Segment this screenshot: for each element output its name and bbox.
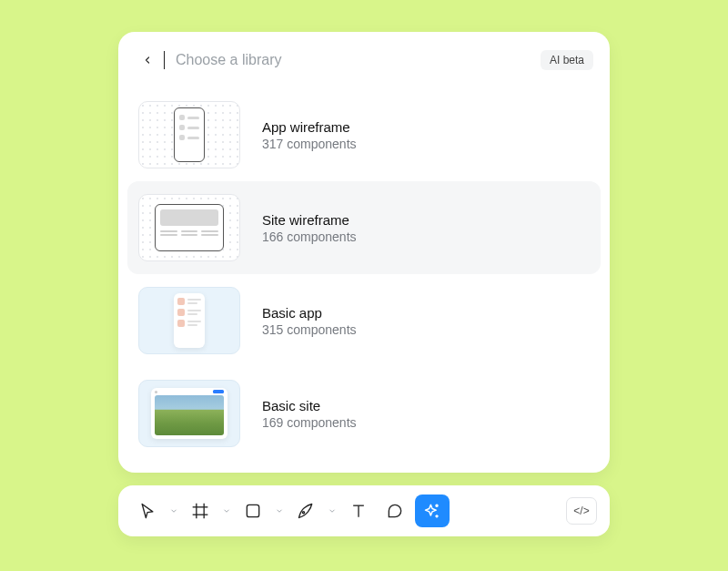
select-tool[interactable] (131, 495, 164, 527)
thumbnail-site-wireframe (138, 194, 240, 261)
library-item-basic-site[interactable]: Basic site 169 components (127, 367, 601, 460)
svg-rect-4 (247, 505, 258, 516)
library-title: Site wireframe (262, 212, 357, 228)
select-tool-chevron[interactable] (167, 495, 180, 527)
library-item-site-wireframe[interactable]: Site wireframe 166 components (127, 181, 601, 274)
library-item-basic-app[interactable]: Basic app 315 components (127, 274, 601, 367)
text-tool[interactable] (342, 495, 375, 527)
ai-beta-badge[interactable]: AI beta (541, 50, 593, 70)
comment-tool[interactable] (379, 495, 411, 527)
library-list: App wireframe 317 components Site wirefr… (127, 88, 601, 460)
shape-tool-chevron[interactable] (273, 495, 286, 527)
ai-tool[interactable] (415, 495, 450, 527)
library-title: Basic app (262, 305, 357, 321)
library-count: 315 components (262, 322, 357, 337)
frame-tool[interactable] (184, 495, 217, 527)
library-count: 169 components (262, 415, 357, 430)
back-button[interactable] (138, 51, 157, 69)
text-cursor (164, 51, 165, 69)
library-title: Basic site (262, 398, 357, 413)
pen-tool[interactable] (289, 495, 322, 527)
svg-point-8 (436, 505, 438, 506)
frame-tool-chevron[interactable] (220, 495, 233, 527)
library-count: 166 components (262, 229, 357, 244)
library-title: App wireframe (262, 119, 357, 135)
thumbnail-basic-app (138, 287, 240, 354)
panel-header: AI beta (127, 45, 601, 79)
svg-point-5 (302, 512, 304, 514)
library-search-input[interactable] (174, 48, 533, 72)
thumbnail-app-wireframe (138, 101, 240, 168)
library-panel: AI beta App wireframe 317 components (118, 32, 610, 473)
library-count: 317 components (262, 137, 357, 151)
pen-tool-chevron[interactable] (326, 495, 339, 527)
tool-bar: </> (118, 485, 610, 536)
library-item-app-wireframe[interactable]: App wireframe 317 components (127, 88, 601, 181)
dev-mode-toggle[interactable]: </> (566, 497, 597, 525)
shape-tool[interactable] (237, 495, 269, 527)
thumbnail-basic-site (138, 380, 240, 447)
